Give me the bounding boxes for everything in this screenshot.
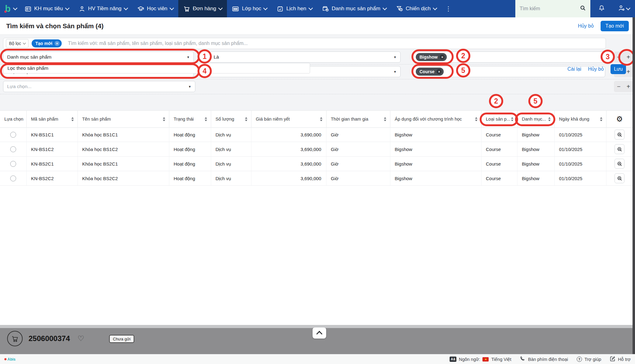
field-select-row1[interactable]: Danh mục sản phẩm ▼ <box>3 51 194 63</box>
sort-icon[interactable] <box>320 117 322 121</box>
operator-select-row1[interactable]: Là ▼ <box>210 51 401 63</box>
sort-icon[interactable] <box>384 117 386 121</box>
support-button[interactable]: Hỗ trợ <box>610 356 631 362</box>
cancel-button[interactable]: Hủy bỏ <box>578 23 594 29</box>
cancel-filter-button[interactable]: Hủy bỏ <box>588 66 604 72</box>
filter-dropdown-button[interactable]: Bộ lọc <box>6 39 29 48</box>
zoom-in-icon <box>617 132 622 137</box>
nav-item-lop-hoc[interactable]: Lớp học <box>227 0 272 17</box>
order-number: 2506000374 <box>29 334 70 343</box>
column-header-name[interactable]: Tên sản phẩm <box>78 111 169 127</box>
product-filter-input[interactable]: Lọc theo sản phẩm <box>3 63 310 73</box>
close-icon[interactable]: × <box>440 55 445 60</box>
value-tag-label: Bigshow <box>420 55 437 60</box>
create-button[interactable]: Tạo mới <box>601 21 629 31</box>
value-field-row1[interactable]: Bigshow × <box>413 51 605 63</box>
cell-status: Hoạt động <box>169 171 211 185</box>
column-header-available-date[interactable]: Ngày khả dụng <box>554 111 606 127</box>
nav-item-don-hang[interactable]: Đơn hàng <box>178 0 227 17</box>
cell-quantity: Dịch vụ <box>211 142 251 156</box>
app-logo[interactable]: b <box>0 0 20 17</box>
sort-icon[interactable] <box>548 117 551 121</box>
row-radio[interactable] <box>10 175 16 181</box>
phone-keyboard-label: Bàn phím điện thoại <box>528 357 568 362</box>
filter-preset-tag[interactable]: Tạo mới × <box>32 39 62 47</box>
sort-icon[interactable] <box>511 117 513 121</box>
filter-preset-label: Tạo mới <box>35 41 52 46</box>
search-icon <box>580 5 586 12</box>
row-detail-button[interactable] <box>615 144 624 154</box>
add-condition-button[interactable]: + <box>624 81 633 92</box>
table-body: KN-BS1C1 Khóa học BS1C1 Hoạt động Dịch v… <box>0 127 633 186</box>
field-select-row3[interactable]: Lựa chọn... ▼ <box>3 81 195 92</box>
column-header-quantity[interactable]: Số lượng <box>211 111 251 127</box>
nav-item-chien-dich[interactable]: $ Chiến dịch <box>391 0 442 17</box>
column-header-price[interactable]: Giá bán niêm yết <box>251 111 326 127</box>
column-header-time[interactable]: Thời gian tham gia <box>326 111 390 127</box>
help-button[interactable]: ? Trợ giúp <box>577 357 601 362</box>
column-header-type[interactable]: Loại sản p... <box>481 111 517 127</box>
table-row: KN-BS1C2 Khóa học BS1C2 Hoạt động Dịch v… <box>0 142 633 157</box>
sort-icon[interactable] <box>600 117 602 121</box>
graduation-cap-icon <box>137 5 144 12</box>
status-badge: Chưa gửi <box>109 335 134 343</box>
classroom-people-icon <box>232 5 239 12</box>
column-settings-button[interactable]: ⚙ <box>606 111 633 127</box>
close-icon[interactable]: × <box>55 41 60 46</box>
row-radio[interactable] <box>10 161 16 167</box>
footer-logo[interactable]: Abis <box>4 357 16 362</box>
row-radio[interactable] <box>10 146 16 152</box>
column-header-code[interactable]: Mã sản phẩm <box>26 111 78 127</box>
cell-quantity: Dịch vụ <box>211 157 251 171</box>
sort-icon[interactable] <box>245 117 247 121</box>
sort-icon[interactable] <box>205 117 207 121</box>
column-header-status[interactable]: Trạng thái <box>169 111 211 127</box>
chevron-down-icon <box>65 6 69 10</box>
reset-button[interactable]: Cài lại <box>567 66 581 72</box>
cell-date: 01/10/2025 <box>554 127 606 142</box>
row-detail-button[interactable] <box>615 173 624 183</box>
page-title: Tìm kiếm và chọn Sản phẩm (4) <box>6 22 104 30</box>
filter-search-hint[interactable]: Tìm kiếm với: mã sản phẩm, tên sản phẩm,… <box>68 41 248 46</box>
save-button[interactable]: Lưu <box>611 64 626 74</box>
cart-order-button[interactable] <box>7 331 23 346</box>
sort-icon[interactable] <box>163 117 165 121</box>
nav-item-label: KH mục tiêu <box>34 6 63 12</box>
nav-item-label: Chiến dịch <box>406 6 431 12</box>
phone-keyboard-button[interactable]: Bàn phím điện thoại <box>520 356 568 362</box>
more-menu-button[interactable]: ⋮ <box>442 0 455 17</box>
value-tag-bigshow[interactable]: Bigshow × <box>416 53 447 61</box>
global-search[interactable]: Tìm kiếm <box>515 0 590 17</box>
row-detail-button[interactable] <box>615 130 624 140</box>
nav-item-kh-muc-tieu[interactable]: KH mục tiêu <box>20 0 74 17</box>
nav-item-lich-hen[interactable]: Lịch hẹn <box>272 0 317 17</box>
sort-icon[interactable] <box>475 117 477 121</box>
remove-condition-button[interactable]: − <box>614 81 624 92</box>
row-detail-button[interactable] <box>615 159 624 169</box>
row-radio[interactable] <box>10 132 16 138</box>
nav-item-danh-muc-san-pham[interactable]: Danh mục sản phẩm <box>317 0 391 17</box>
top-nav: b KH mục tiêu HV Tiềm năng Học viên <box>0 0 635 17</box>
scrollbar[interactable] <box>633 17 635 354</box>
remove-condition-button[interactable]: − <box>614 51 624 63</box>
nav-item-hoc-vien[interactable]: Học viên <box>132 0 178 17</box>
account-menu-button[interactable] <box>613 0 635 17</box>
cart-icon <box>11 335 19 342</box>
column-header-category[interactable]: Danh mục... <box>517 111 554 127</box>
chevron-up-icon <box>316 331 322 337</box>
nav-item-hv-tiem-nang[interactable]: HV Tiềm năng <box>74 0 132 17</box>
close-icon[interactable]: × <box>437 69 442 74</box>
cell-category: Bigshow <box>517 171 554 185</box>
collapse-cart-button[interactable] <box>313 327 326 339</box>
caret-down-icon: ▼ <box>188 85 191 88</box>
funnel-dollar-icon: $ <box>396 5 403 12</box>
column-header-program[interactable]: Áp dụng đối với chương trình học <box>390 111 481 127</box>
sort-icon[interactable] <box>71 117 74 121</box>
heart-icon[interactable]: ♡ <box>78 334 84 343</box>
notifications-button[interactable] <box>590 0 613 17</box>
add-condition-button[interactable]: + <box>624 51 633 63</box>
language-selector[interactable]: Aă Ngôn ngữ: ★ Tiếng Việt <box>450 357 511 362</box>
value-tag-course[interactable]: Course × <box>416 68 444 76</box>
translate-icon: Aă <box>450 357 456 362</box>
table-row: KN-BS2C1 Khóa học BS2C1 Hoạt động Dịch v… <box>0 157 633 171</box>
